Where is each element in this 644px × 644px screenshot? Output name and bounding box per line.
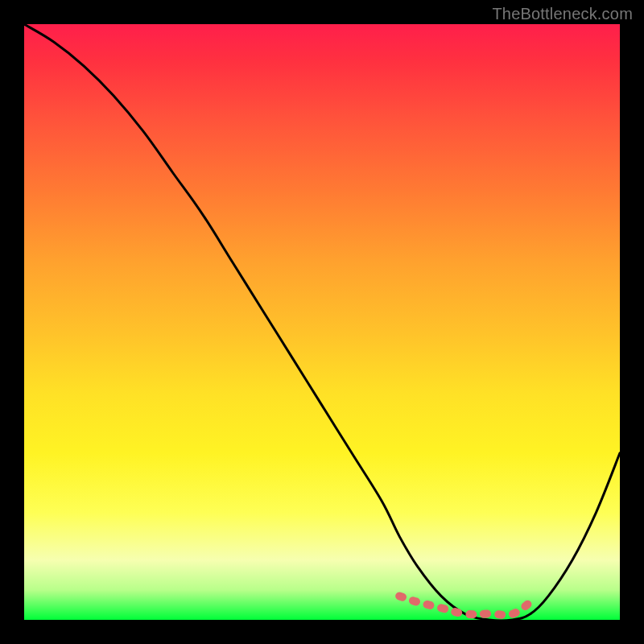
optimal-region-marker-path <box>399 596 530 614</box>
chart-frame: TheBottleneck.com <box>0 0 644 644</box>
bottleneck-curve-path <box>24 24 620 621</box>
plot-area <box>24 24 620 620</box>
watermark-label: TheBottleneck.com <box>492 5 633 23</box>
curve-svg <box>24 24 620 620</box>
